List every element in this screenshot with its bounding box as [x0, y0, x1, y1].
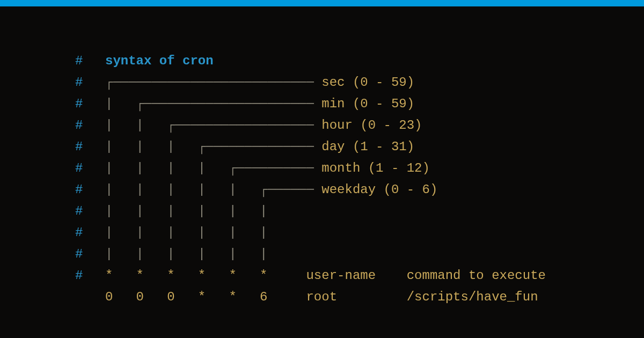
user-label: user-name: [306, 265, 376, 286]
pipe-glyph: |: [105, 222, 136, 244]
pipe-glyph: |: [105, 179, 136, 201]
pipe-glyph: |: [229, 179, 260, 201]
pipe-glyph: |: [136, 179, 167, 201]
pipe-glyph: |: [229, 244, 260, 265]
pipe-glyph: |: [198, 222, 229, 244]
example-row: 0 0 0 * * 6 root /scripts/have_fun: [75, 286, 644, 308]
hash-symbol: #: [75, 136, 105, 158]
pipe-glyph: |: [260, 201, 291, 222]
field-label: hour (0 - 23): [321, 115, 422, 136]
hash-symbol: #: [75, 222, 105, 244]
corner-glyph: ┌──────────────────────────: [105, 72, 321, 93]
corner-glyph: ┌──────────────: [198, 136, 321, 158]
pipe-row: #| | | | | |: [75, 244, 644, 265]
pipe-row: #| | | | | |: [75, 201, 644, 222]
field-label: weekday (0 - 6): [321, 179, 437, 201]
pipe-glyph: |: [167, 158, 198, 179]
pipe-glyph: |: [198, 201, 229, 222]
diagram-title: syntax of cron: [105, 50, 214, 72]
hash-symbol: #: [75, 179, 105, 201]
field-row: #| | | | ┌────────── month (1 - 12): [75, 158, 644, 179]
field-label: min (0 - 59): [321, 93, 414, 115]
hash-symbol: #: [75, 265, 105, 286]
pipe-glyph: |: [105, 93, 136, 115]
pipe-glyph: |: [198, 179, 229, 201]
hash-symbol: #: [75, 93, 105, 115]
pipe-glyph: |: [105, 136, 136, 158]
pipe-glyph: |: [136, 244, 167, 265]
pipe-glyph: |: [167, 179, 198, 201]
pipe-glyph: |: [260, 222, 291, 244]
corner-glyph: ┌──────────────────: [167, 115, 321, 136]
corner-glyph: ┌──────: [260, 179, 321, 201]
field-row: #| | | | | ┌────── weekday (0 - 6): [75, 179, 644, 201]
pipe-glyph: |: [105, 115, 136, 136]
hash-symbol: #: [75, 244, 105, 265]
hash-symbol: #: [75, 72, 105, 93]
pipe-glyph: |: [229, 222, 260, 244]
hash-symbol: #: [75, 50, 105, 72]
corner-glyph: ┌──────────────────────: [136, 93, 322, 115]
pipe-glyph: |: [136, 136, 167, 158]
field-row: #┌────────────────────────── sec (0 - 59…: [75, 72, 644, 93]
pipe-glyph: |: [198, 158, 229, 179]
pipe-rows: #| | | | | | #| | | | | | #| | | | | |: [75, 201, 644, 265]
syntax-row: #* * * * * * user-name command to execut…: [75, 265, 644, 286]
pipe-glyph: |: [136, 201, 167, 222]
example-values: 0 0 0 * * 6: [105, 286, 306, 308]
pipe-glyph: |: [136, 158, 167, 179]
pipe-row: #| | | | | |: [75, 222, 644, 244]
title-row: # syntax of cron: [75, 50, 644, 72]
hash-spacer: [75, 286, 105, 308]
field-rows: #┌────────────────────────── sec (0 - 59…: [75, 72, 644, 201]
pipe-glyph: |: [136, 222, 167, 244]
pipe-glyph: |: [167, 244, 198, 265]
field-row: #| | | ┌────────────── day (1 - 31): [75, 136, 644, 158]
pipe-glyph: |: [167, 222, 198, 244]
pipe-glyph: |: [229, 201, 260, 222]
corner-glyph: ┌──────────: [229, 158, 321, 179]
hash-symbol: #: [75, 201, 105, 222]
pipe-glyph: |: [167, 201, 198, 222]
field-row: #| ┌────────────────────── min (0 - 59): [75, 93, 644, 115]
hash-symbol: #: [75, 115, 105, 136]
example-user: root: [306, 286, 337, 308]
syntax-stars: * * * * * *: [105, 265, 306, 286]
field-label: month (1 - 12): [321, 158, 430, 179]
field-row: #| | ┌────────────────── hour (0 - 23): [75, 115, 644, 136]
field-label: sec (0 - 59): [321, 72, 414, 93]
command-label: command to execute: [407, 265, 546, 286]
pipe-glyph: |: [198, 244, 229, 265]
pipe-glyph: |: [105, 201, 136, 222]
hash-symbol: #: [75, 158, 105, 179]
pipe-glyph: |: [136, 115, 167, 136]
cron-diagram: # syntax of cron #┌─────────────────────…: [0, 6, 644, 308]
pipe-glyph: |: [105, 158, 136, 179]
field-label: day (1 - 31): [321, 136, 414, 158]
top-accent-bar: [0, 0, 644, 6]
pipe-glyph: |: [167, 136, 198, 158]
example-command: /scripts/have_fun: [407, 286, 538, 308]
pipe-glyph: |: [105, 244, 136, 265]
pipe-glyph: |: [260, 244, 291, 265]
